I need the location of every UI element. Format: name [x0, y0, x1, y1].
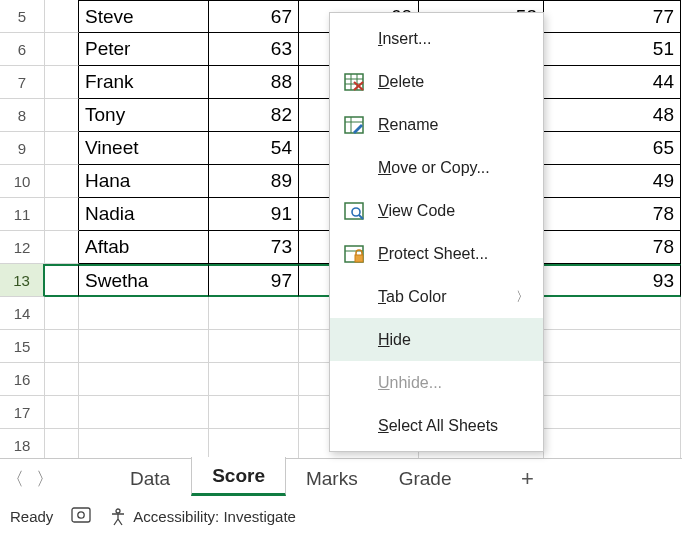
svg-point-18	[116, 509, 120, 513]
menu-move-copy[interactable]: Move or Copy...	[330, 146, 543, 189]
cell-name[interactable]	[79, 297, 209, 330]
cell-num[interactable]: 78	[544, 231, 681, 264]
cell-num[interactable]: 89	[209, 165, 299, 198]
sheet-tab-data[interactable]: Data	[110, 460, 191, 498]
blank-icon	[344, 287, 364, 307]
cell-num[interactable]: 51	[544, 33, 681, 66]
macro-record-icon[interactable]	[71, 507, 91, 526]
row-header[interactable]: 11	[0, 198, 45, 231]
cell-num[interactable]	[209, 297, 299, 330]
cell-num[interactable]: 93	[544, 264, 681, 297]
cell-name[interactable]: Peter	[79, 33, 209, 66]
cell-name[interactable]: Steve	[79, 0, 209, 33]
cell-name[interactable]: Frank	[79, 66, 209, 99]
protect-sheet-icon	[344, 244, 364, 264]
row-header[interactable]: 6	[0, 33, 45, 66]
cell[interactable]	[45, 99, 79, 132]
cell-name[interactable]	[79, 396, 209, 429]
row-header[interactable]: 7	[0, 66, 45, 99]
cell[interactable]	[45, 66, 79, 99]
row-header[interactable]: 9	[0, 132, 45, 165]
row-header[interactable]: 16	[0, 363, 45, 396]
row-header[interactable]: 15	[0, 330, 45, 363]
submenu-arrow-icon: 〉	[516, 288, 529, 306]
blank-icon	[344, 416, 364, 436]
tab-nav-prev[interactable]: 〈	[0, 467, 30, 491]
cell[interactable]	[45, 132, 79, 165]
row-header[interactable]: 8	[0, 99, 45, 132]
sheet-tab-grade[interactable]: Grade	[379, 460, 473, 498]
cell-num[interactable]: 65	[544, 132, 681, 165]
blank-icon	[344, 158, 364, 178]
menu-insert[interactable]: Insert...	[330, 17, 543, 60]
cell-name[interactable]: Tony	[79, 99, 209, 132]
cell[interactable]	[45, 297, 79, 330]
row-header[interactable]: 10	[0, 165, 45, 198]
blank-icon	[344, 373, 364, 393]
cell-name[interactable]: Vineet	[79, 132, 209, 165]
cell[interactable]	[45, 165, 79, 198]
cell[interactable]	[45, 363, 79, 396]
cell[interactable]	[45, 231, 79, 264]
rename-icon	[344, 115, 364, 135]
cell-num[interactable]: 44	[544, 66, 681, 99]
cell-num[interactable]: 77	[544, 0, 681, 33]
cell-num[interactable]: 82	[209, 99, 299, 132]
svg-rect-15	[355, 255, 363, 262]
sheet-tab-strip: 〈 〉 Data Score Marks Grade +	[0, 458, 682, 498]
menu-tab-color[interactable]: Tab Color 〉	[330, 275, 543, 318]
cell-num[interactable]: 91	[209, 198, 299, 231]
cell[interactable]	[45, 330, 79, 363]
cell-num[interactable]	[544, 297, 681, 330]
menu-select-all-sheets[interactable]: Select All Sheets	[330, 404, 543, 447]
cell-name[interactable]: Aftab	[79, 231, 209, 264]
sheet-tab-score[interactable]: Score	[191, 457, 286, 496]
cell-name[interactable]: Nadia	[79, 198, 209, 231]
add-sheet-button[interactable]: +	[503, 466, 553, 492]
row-header[interactable]: 14	[0, 297, 45, 330]
cell[interactable]	[45, 264, 79, 297]
row-header[interactable]: 13	[0, 264, 45, 297]
menu-unhide: Unhide...	[330, 361, 543, 404]
cell-num[interactable]	[209, 330, 299, 363]
cell[interactable]	[45, 198, 79, 231]
cell-num[interactable]	[544, 396, 681, 429]
blank-icon	[344, 29, 364, 49]
menu-delete[interactable]: Delete	[330, 60, 543, 103]
sheet-tab-marks[interactable]: Marks	[286, 460, 379, 498]
menu-rename[interactable]: Rename	[330, 103, 543, 146]
cell-num[interactable]	[209, 363, 299, 396]
cell-num[interactable]: 88	[209, 66, 299, 99]
cell-num[interactable]: 49	[544, 165, 681, 198]
accessibility-icon	[109, 508, 127, 526]
blank-icon	[344, 330, 364, 350]
cell-num[interactable]: 63	[209, 33, 299, 66]
cell-num[interactable]	[209, 396, 299, 429]
cell[interactable]	[45, 0, 79, 33]
cell[interactable]	[45, 396, 79, 429]
tab-nav-next[interactable]: 〉	[30, 467, 60, 491]
cell-num[interactable]	[544, 363, 681, 396]
cell[interactable]	[45, 33, 79, 66]
cell-num[interactable]: 67	[209, 0, 299, 33]
cell-num[interactable]: 54	[209, 132, 299, 165]
row-header[interactable]: 17	[0, 396, 45, 429]
svg-rect-16	[72, 508, 90, 522]
cell-name[interactable]: Hana	[79, 165, 209, 198]
menu-protect-sheet[interactable]: Protect Sheet...	[330, 232, 543, 275]
cell-num[interactable]: 97	[209, 264, 299, 297]
menu-view-code[interactable]: View Code	[330, 189, 543, 232]
accessibility-status[interactable]: Accessibility: Investigate	[109, 508, 296, 526]
cell-name[interactable]: Swetha	[79, 264, 209, 297]
cell-name[interactable]	[79, 330, 209, 363]
row-header[interactable]: 5	[0, 0, 45, 33]
status-ready: Ready	[10, 508, 53, 525]
cell-num[interactable]: 73	[209, 231, 299, 264]
cell-name[interactable]	[79, 363, 209, 396]
row-header[interactable]: 12	[0, 231, 45, 264]
status-bar: Ready Accessibility: Investigate	[0, 498, 682, 535]
cell-num[interactable]	[544, 330, 681, 363]
cell-num[interactable]: 48	[544, 99, 681, 132]
menu-hide[interactable]: Hide	[330, 318, 543, 361]
cell-num[interactable]: 78	[544, 198, 681, 231]
